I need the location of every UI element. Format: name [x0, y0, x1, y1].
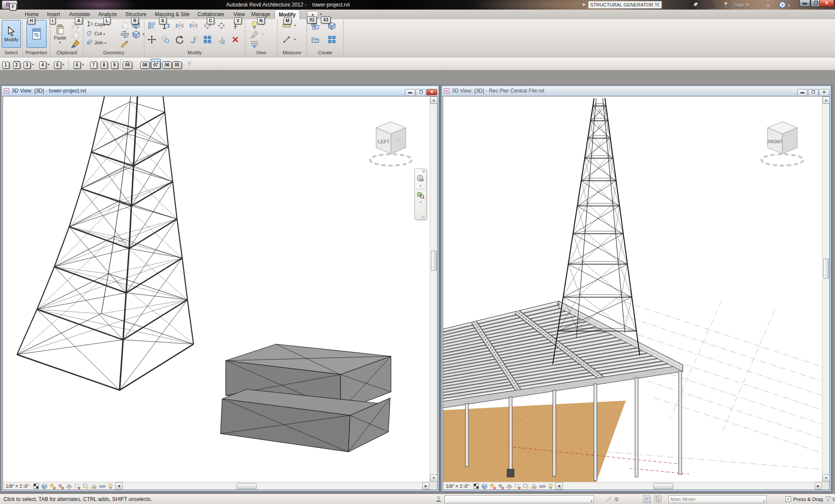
vertical-scroll-thumb[interactable]: [823, 259, 829, 279]
sun-path-icon[interactable]: [49, 482, 57, 490]
close-button[interactable]: ✕: [819, 0, 834, 7]
create-similar-icon[interactable]: [311, 35, 321, 45]
scroll-left-arrow[interactable]: ◀: [555, 482, 563, 490]
qat-customize-arrow-icon[interactable]: ▽̅: [188, 62, 190, 66]
vertical-scrollbar[interactable]: ▲ ▼: [822, 96, 829, 482]
move-icon[interactable]: [147, 35, 157, 45]
child-close-button[interactable]: ✕: [819, 89, 829, 95]
navigation-bar[interactable]: ⊗ ▾ ▾ ⊖: [414, 169, 427, 220]
child-minimize-button[interactable]: ▬: [405, 89, 415, 95]
rotate-icon[interactable]: [175, 35, 185, 45]
view-scale[interactable]: 1/8" = 1'-0": [446, 484, 469, 489]
vertical-scroll-thumb[interactable]: [431, 251, 437, 271]
paint-icon[interactable]: ▾: [250, 30, 260, 40]
reveal-hidden-elements-icon[interactable]: [547, 482, 555, 490]
viewcube-compass-ring[interactable]: [370, 154, 412, 166]
navbar-close-icon[interactable]: ⊗: [422, 169, 425, 173]
mirror-draw-axis-icon[interactable]: [189, 21, 199, 31]
search-icon[interactable]: [665, 1, 674, 9]
cut-geometry-button[interactable]: Cut ▾: [86, 29, 105, 38]
aligned-dimension-icon[interactable]: ▾: [282, 35, 292, 45]
ribbon-minimize-arrow-icon[interactable]: ▾: [320, 12, 322, 16]
create-parts-icon[interactable]: [327, 35, 337, 45]
steering-wheel-arrow-icon[interactable]: ▾: [415, 184, 426, 188]
viewcube[interactable]: FRONT: [755, 116, 821, 169]
search-input[interactable]: [588, 1, 662, 9]
view-window-title-bar[interactable]: 3D View: {3D} - tower-project.rvt ▬❐✕: [2, 86, 438, 95]
sign-in-user-icon[interactable]: [722, 1, 731, 9]
trim-extend-corner-icon[interactable]: [189, 35, 199, 45]
temporary-hide-isolate-icon[interactable]: [99, 482, 107, 490]
viewcube[interactable]: LEFT FRONT: [364, 116, 429, 169]
tab-massing-site[interactable]: Massing & Site: [151, 10, 194, 19]
modify-qat-arrow-icon[interactable]: ▾: [82, 63, 84, 66]
crop-view-icon[interactable]: [514, 482, 522, 490]
navbar-collapse-icon[interactable]: ⊖: [421, 215, 425, 219]
horizontal-scroll-thumb[interactable]: [653, 483, 673, 489]
join-button[interactable]: Join ▾: [86, 38, 106, 47]
crop-view-icon[interactable]: [74, 482, 82, 490]
show-rendering-dialog-icon[interactable]: [506, 482, 514, 490]
subscription-key-icon[interactable]: [678, 1, 687, 9]
scroll-up-arrow[interactable]: ▲: [822, 96, 830, 104]
shadows-icon[interactable]: [57, 482, 66, 490]
horizontal-scrollbar[interactable]: [563, 482, 815, 490]
visual-style-icon[interactable]: [41, 482, 49, 490]
thin-lines-icon[interactable]: [250, 39, 260, 50]
press-drag-checkbox[interactable]: ✓: [785, 496, 791, 502]
split-with-gap-icon[interactable]: [217, 21, 227, 31]
detail-level-icon[interactable]: [33, 482, 41, 490]
active-workset-dropdown[interactable]: ▾: [444, 495, 594, 503]
horizontal-scrollbar[interactable]: [123, 482, 422, 490]
search-expand-arrow-icon[interactable]: ▶: [583, 2, 586, 7]
view-window-title-bar[interactable]: 3D View: {3D} - Rec Pier Central File.rv…: [442, 86, 830, 95]
show-crop-region-icon[interactable]: [82, 482, 90, 490]
array-icon[interactable]: [203, 35, 213, 45]
viewcube-compass-ring[interactable]: [762, 154, 803, 166]
scroll-down-arrow[interactable]: ▼: [430, 474, 438, 482]
horizontal-scroll-thumb[interactable]: [237, 483, 257, 489]
detail-level-icon[interactable]: [473, 482, 481, 490]
linework-icon[interactable]: [120, 39, 130, 50]
view-window-tower-project[interactable]: 3D View: {3D} - tower-project.rvt ▬❐✕ LE…: [1, 85, 439, 492]
copy-icon[interactable]: [70, 30, 81, 40]
help-icon[interactable]: [778, 1, 787, 9]
scroll-down-arrow[interactable]: ▼: [822, 474, 830, 482]
worksharing-display-button[interactable]: [643, 495, 651, 503]
communication-center-icon[interactable]: [692, 1, 701, 9]
lock-3d-view-icon[interactable]: [90, 482, 99, 490]
shadows-icon[interactable]: [498, 482, 506, 490]
view-window-rec-pier[interactable]: 3D View: {3D} - Rec Pier Central File.rv…: [441, 85, 832, 492]
scroll-left-arrow[interactable]: ◀: [115, 482, 123, 490]
child-minimize-button[interactable]: ▬: [797, 89, 808, 95]
temporary-hide-isolate-icon[interactable]: [539, 482, 547, 490]
favorites-star-icon[interactable]: [707, 1, 716, 9]
undo-arrow-icon[interactable]: ▾: [48, 63, 50, 66]
scroll-right-arrow[interactable]: ▶: [815, 482, 822, 490]
zoom-tool-button[interactable]: ▾: [415, 191, 426, 204]
show-rendering-dialog-icon[interactable]: [66, 482, 74, 490]
sign-in-arrow-icon[interactable]: ▾: [767, 3, 769, 7]
redo-arrow-icon[interactable]: ▾: [63, 63, 64, 66]
lock-3d-view-icon[interactable]: [531, 482, 539, 490]
offset-icon[interactable]: [217, 35, 227, 45]
align-icon[interactable]: [147, 21, 157, 31]
help-arrow-icon[interactable]: ▾: [788, 3, 790, 7]
delete-icon[interactable]: [230, 35, 241, 45]
mirror-pick-axis-icon[interactable]: [175, 21, 185, 31]
visual-style-icon[interactable]: [481, 482, 489, 490]
zoom-arrow-icon[interactable]: ▾: [415, 201, 426, 204]
unjoin-geometry-icon[interactable]: ▾: [131, 30, 142, 40]
child-restore-button[interactable]: ❐: [808, 89, 818, 95]
sign-in-button[interactable]: Sign In: [734, 0, 750, 10]
vertical-scrollbar[interactable]: ▲ ▼: [430, 96, 437, 482]
match-type-icon[interactable]: [70, 39, 81, 50]
reveal-hidden-elements-icon[interactable]: [107, 482, 115, 490]
view-scale[interactable]: 1/8" = 1'-0": [6, 484, 29, 489]
editable-only-pencil-icon[interactable]: [605, 495, 613, 503]
select-arrow-button[interactable]: [654, 495, 662, 503]
modify-tool-button[interactable]: Modify: [2, 20, 21, 48]
child-restore-button[interactable]: ❐: [416, 89, 426, 95]
show-crop-region-icon[interactable]: [522, 482, 531, 490]
copy-tool-icon[interactable]: [161, 35, 171, 45]
